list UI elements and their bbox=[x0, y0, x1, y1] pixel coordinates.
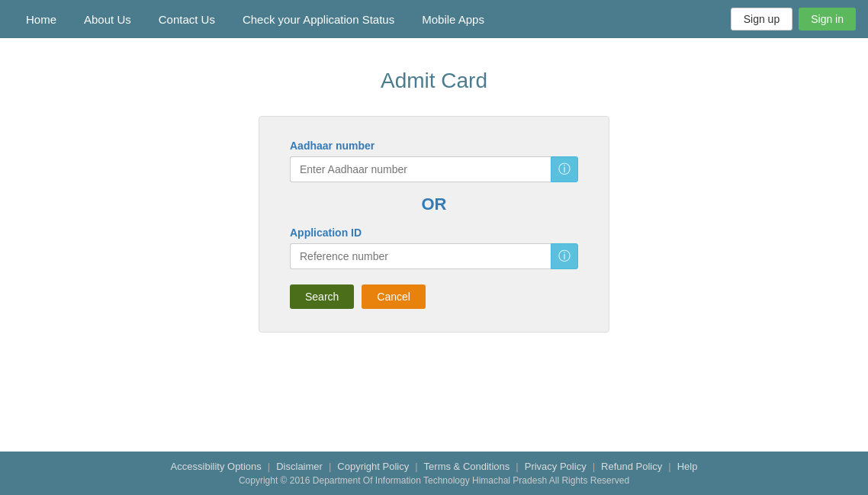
footer: Accessibility Options | Disclaimer | Cop… bbox=[0, 452, 868, 495]
cancel-button[interactable]: Cancel bbox=[362, 284, 426, 309]
admit-card-form: Aadhaar number ⓘ OR Application ID ⓘ Sea… bbox=[259, 116, 609, 333]
footer-links: Accessibility Options | Disclaimer | Cop… bbox=[15, 461, 853, 472]
footer-disclaimer[interactable]: Disclaimer bbox=[270, 461, 329, 472]
footer-help[interactable]: Help bbox=[671, 461, 704, 472]
nav-about-us[interactable]: About Us bbox=[70, 0, 145, 38]
application-info-button[interactable]: ⓘ bbox=[551, 243, 578, 269]
nav-mobile-apps[interactable]: Mobile Apps bbox=[408, 0, 498, 38]
application-input[interactable] bbox=[290, 243, 551, 269]
search-button[interactable]: Search bbox=[290, 284, 354, 309]
application-group: Application ID ⓘ bbox=[290, 227, 578, 269]
nav-links: Home About Us Contact Us Check your Appl… bbox=[12, 0, 731, 38]
aadhaar-group: Aadhaar number ⓘ bbox=[290, 140, 578, 182]
application-label: Application ID bbox=[290, 227, 578, 239]
footer-copyright: Copyright © 2016 Department Of Informati… bbox=[15, 475, 853, 486]
nav-check-application-status[interactable]: Check your Application Status bbox=[229, 0, 408, 38]
footer-accessibility-options[interactable]: Accessibility Options bbox=[165, 461, 268, 472]
footer-refund-policy[interactable]: Refund Policy bbox=[595, 461, 668, 472]
signup-button[interactable]: Sign up bbox=[731, 8, 792, 31]
page-title: Admit Card bbox=[381, 69, 487, 93]
aadhaar-input[interactable] bbox=[290, 156, 551, 182]
nav-contact-us[interactable]: Contact Us bbox=[145, 0, 229, 38]
signin-button[interactable]: Sign in bbox=[799, 8, 856, 31]
or-divider: OR bbox=[290, 194, 578, 214]
footer-privacy-policy[interactable]: Privacy Policy bbox=[519, 461, 593, 472]
navbar: Home About Us Contact Us Check your Appl… bbox=[0, 0, 868, 38]
main-content: Admit Card Aadhaar number ⓘ OR Applicati… bbox=[0, 38, 868, 452]
nav-home[interactable]: Home bbox=[12, 0, 70, 38]
footer-terms-conditions[interactable]: Terms & Conditions bbox=[418, 461, 516, 472]
form-buttons: Search Cancel bbox=[290, 284, 578, 309]
footer-copyright-policy[interactable]: Copyright Policy bbox=[331, 461, 415, 472]
nav-actions: Sign up Sign in bbox=[731, 8, 856, 31]
application-input-group: ⓘ bbox=[290, 243, 578, 269]
aadhaar-info-button[interactable]: ⓘ bbox=[551, 156, 578, 182]
aadhaar-label: Aadhaar number bbox=[290, 140, 578, 152]
aadhaar-input-group: ⓘ bbox=[290, 156, 578, 182]
